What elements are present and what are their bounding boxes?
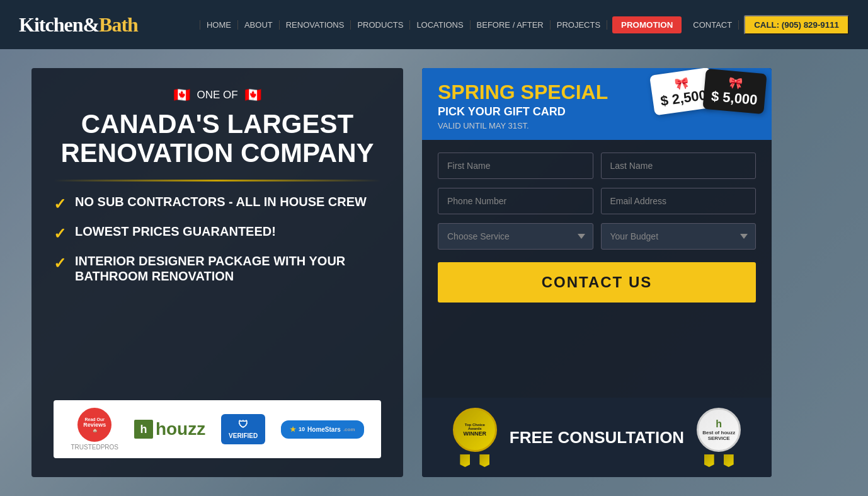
- ribbon-piece-right: [479, 454, 489, 467]
- navbar: Kitchen&Bath HOME ABOUT RENOVATIONS PROD…: [0, 0, 868, 49]
- first-name-input[interactable]: [438, 153, 593, 179]
- nav-contact[interactable]: CONTACT: [687, 20, 739, 30]
- homestars-badge: ★ 10 HomeStars .com: [281, 420, 364, 439]
- promotion-button[interactable]: PROMOTION: [612, 16, 682, 33]
- one-of-line: 🇨🇦 ONE OF 🇨🇦: [54, 87, 381, 103]
- houzz-badge: h houzz: [134, 419, 205, 439]
- houzz-h-box: h: [134, 420, 153, 439]
- verified-text: VERIFIED: [229, 432, 258, 439]
- homestars-com: .com: [343, 427, 355, 432]
- nav-projects[interactable]: PROJECTS: [551, 20, 607, 30]
- feature-text-2: LOWEST PRICES GUARANTEED!: [75, 224, 276, 239]
- award-circle: Top Choice Awards WINNER: [453, 408, 497, 452]
- feature-text-1: NO SUB CONTRACTORS - ALL IN HOUSE CREW: [75, 194, 367, 209]
- award-ribbons: [453, 454, 497, 467]
- phone-input[interactable]: [438, 188, 593, 214]
- nav-locations[interactable]: LOCATIONS: [410, 20, 470, 30]
- canada-title: CANADA'S LARGEST RENOVATION COMPANY: [54, 110, 381, 168]
- top-choice-award-badge: Top Choice Awards WINNER: [453, 408, 497, 467]
- trustedpros-home-icon: 🏠: [93, 428, 97, 432]
- contact-us-button[interactable]: CONTACT US: [438, 262, 756, 303]
- gift-cards: 🎀 $ 2,500 🎀 $ 5,000: [652, 71, 765, 112]
- houzz-badge-h: h: [716, 418, 722, 430]
- title-line1: CANADA'S LARGEST: [81, 109, 353, 139]
- star-icon: ★: [290, 425, 296, 434]
- houzz-ribbon-right: [724, 454, 734, 467]
- contact-row: [438, 188, 756, 214]
- form-area: Choose Service Your Budget CONTACT US: [422, 140, 772, 398]
- ribbon-piece-left: [460, 454, 470, 467]
- houzz-award-badge: h Best of houzz SERVICE: [697, 408, 741, 467]
- nav-about[interactable]: ABOUT: [238, 20, 280, 30]
- badge-row: Read Our Reviews 🏠 TRUSTEDPROS h houzz 🛡…: [54, 400, 381, 458]
- houzz-text: houzz: [156, 419, 205, 439]
- feature-list: ✓ NO SUB CONTRACTORS - ALL IN HOUSE CREW…: [54, 194, 381, 284]
- right-panel: SPRING SPECIAL PICK YOUR GIFT CARD VALID…: [422, 68, 772, 477]
- one-of-text: ONE OF: [197, 89, 237, 101]
- logo[interactable]: Kitchen&Bath: [19, 13, 138, 37]
- homestars-bubble: ★ 10 HomeStars .com: [281, 420, 364, 439]
- trustedpros-reviews: Reviews: [83, 422, 106, 428]
- valid-until-text: VALID UNTIL MAY 31st.: [438, 121, 756, 130]
- free-consultation-text: FREE CONSULTATION: [510, 428, 684, 447]
- shield-icon: 🛡: [229, 419, 258, 430]
- left-panel: 🇨🇦 ONE OF 🇨🇦 CANADA'S LARGEST RENOVATION…: [31, 68, 403, 477]
- title-line2: RENOVATION COMPANY: [60, 138, 374, 168]
- nav-renovations[interactable]: RENOVATIONS: [280, 20, 351, 30]
- top-choice-text: Top Choice Awards: [465, 423, 485, 430]
- nav-home[interactable]: HOME: [200, 20, 238, 30]
- flag-left: 🇨🇦: [173, 87, 190, 103]
- star-10: 10: [299, 426, 305, 432]
- email-input[interactable]: [601, 188, 757, 214]
- gold-divider: [54, 180, 381, 182]
- consultation-bar: Top Choice Awards WINNER FREE CONSULTATI…: [422, 398, 772, 477]
- call-button[interactable]: CALL: (905) 829-9111: [744, 15, 849, 35]
- nav-products[interactable]: PRODUCTS: [351, 20, 410, 30]
- nav-links: HOME ABOUT RENOVATIONS PRODUCTS LOCATION…: [200, 15, 849, 35]
- gift-amount-5000: $ 5,000: [711, 88, 758, 108]
- service-select[interactable]: Choose Service: [438, 223, 593, 250]
- checkmark-1: ✓: [54, 195, 66, 214]
- homestars-text: HomeStars: [307, 426, 341, 433]
- service-row: Choose Service Your Budget: [438, 223, 756, 250]
- main-content: 🇨🇦 ONE OF 🇨🇦 CANADA'S LARGEST RENOVATION…: [0, 49, 868, 496]
- checkmark-3: ✓: [54, 255, 66, 273]
- trustedpros-badge: Read Our Reviews 🏠 TRUSTEDPROS: [71, 408, 118, 451]
- spring-special-text: SPRING SPECIAL: [438, 81, 608, 103]
- feature-text-3: INTERIOR DESIGNER PACKAGE WITH YOUR BATH…: [75, 253, 381, 284]
- homestars-verified-badge: 🛡 VERIFIED: [221, 414, 265, 444]
- budget-select[interactable]: Your Budget: [601, 223, 757, 250]
- trustedpros-circle: Read Our Reviews 🏠: [77, 408, 111, 442]
- nav-before-after[interactable]: BEFORE / AFTER: [471, 20, 551, 30]
- checkmark-2: ✓: [54, 225, 66, 243]
- name-row: [438, 153, 756, 179]
- spring-header: SPRING SPECIAL PICK YOUR GIFT CARD VALID…: [422, 68, 772, 140]
- winner-text: WINNER: [464, 430, 487, 437]
- gift-card-5000: 🎀 $ 5,000: [702, 69, 767, 114]
- award-text: Top Choice Awards: [458, 423, 492, 430]
- houzz-service-text: Best of houzz SERVICE: [702, 430, 736, 441]
- feature-item-3: ✓ INTERIOR DESIGNER PACKAGE WITH YOUR BA…: [54, 253, 381, 284]
- houzz-ribbons: [697, 454, 741, 467]
- trustedpros-label: TRUSTEDPROS: [71, 444, 118, 451]
- flag-right: 🇨🇦: [244, 87, 261, 103]
- feature-item-2: ✓ LOWEST PRICES GUARANTEED!: [54, 224, 381, 243]
- homestars-verified-box: 🛡 VERIFIED: [221, 414, 265, 444]
- houzz-ribbon-left: [704, 454, 714, 467]
- trustedpros-read: Read Our: [84, 417, 105, 422]
- last-name-input[interactable]: [601, 153, 757, 179]
- houzz-circle: h Best of houzz SERVICE: [697, 408, 741, 452]
- feature-item-1: ✓ NO SUB CONTRACTORS - ALL IN HOUSE CREW: [54, 194, 381, 214]
